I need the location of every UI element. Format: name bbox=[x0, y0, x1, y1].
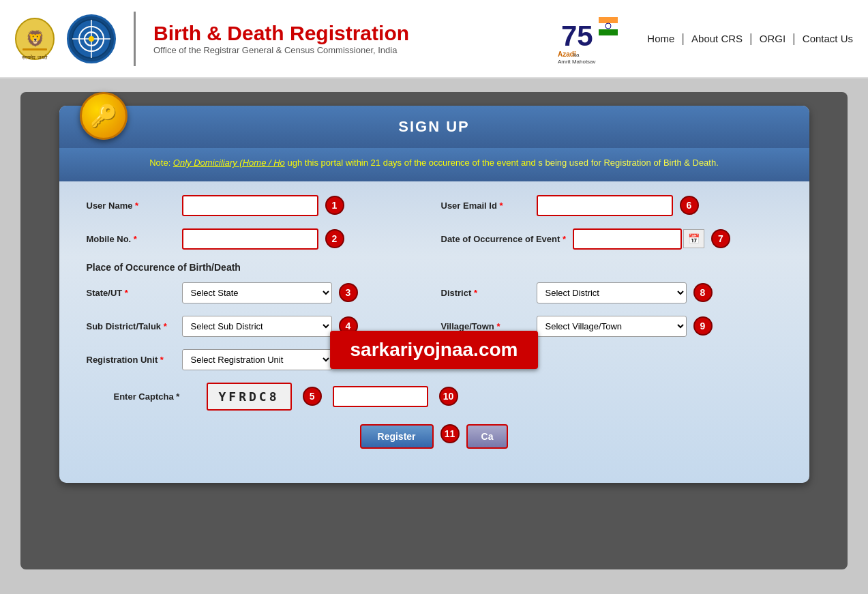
key-icon-wrapper: 🔑 bbox=[80, 92, 128, 140]
nav-sep-3: | bbox=[792, 31, 796, 46]
svg-text:75: 75 bbox=[561, 20, 593, 52]
captcha-label: Enter Captcha * bbox=[114, 391, 196, 402]
date-input-wrapper: 📅 bbox=[573, 228, 704, 250]
badge-1: 1 bbox=[325, 196, 344, 215]
email-label: User Email Id * bbox=[441, 201, 530, 211]
subdistrict-select[interactable]: Select Sub District bbox=[182, 316, 332, 337]
captcha-input[interactable] bbox=[333, 386, 428, 407]
header: 🦁 सत्यमेव जयते Birth & Death Registratio… bbox=[0, 0, 868, 78]
svg-text:Amrit Mahotsav: Amrit Mahotsav bbox=[558, 59, 596, 65]
district-group: District * Select District 8 bbox=[441, 282, 782, 303]
svg-rect-11 bbox=[599, 17, 618, 23]
button-row: Register 11 Ca bbox=[87, 424, 782, 449]
svg-text:सत्यमेव जयते: सत्यमेव जयते bbox=[21, 54, 47, 61]
username-required: * bbox=[135, 201, 138, 211]
nav-home[interactable]: Home bbox=[643, 30, 678, 47]
site-subtitle: Office of the Registrar General & Census… bbox=[153, 45, 409, 55]
emblem-logo: 🦁 सत्यमेव जयते bbox=[11, 12, 59, 66]
header-divider bbox=[134, 12, 136, 66]
date-group: Date of Occurrence of Event * 📅 7 bbox=[441, 228, 782, 250]
badge-3: 3 bbox=[339, 283, 358, 302]
captcha-display: YFRDC8 bbox=[207, 383, 292, 411]
cancel-button[interactable]: Ca bbox=[466, 424, 509, 449]
svg-rect-3 bbox=[23, 48, 47, 50]
mobile-input[interactable] bbox=[182, 228, 318, 250]
svg-text:🦁: 🦁 bbox=[25, 29, 44, 48]
form-row-2: Mobile No. * 2 Date of Occurrence of Eve… bbox=[87, 228, 782, 250]
header-logos: 🦁 सत्यमेव जयते Birth & Death Registratio… bbox=[11, 12, 409, 66]
watermark-overlay: sarkariyojnaa.com bbox=[330, 331, 539, 369]
district-select[interactable]: Select District bbox=[537, 282, 687, 303]
note-label: Note: bbox=[149, 158, 173, 168]
email-input[interactable] bbox=[537, 195, 673, 216]
state-select[interactable]: Select State bbox=[182, 282, 332, 303]
main-content: 🔑 SIGN UP Note: Only Domiciliary (Home /… bbox=[20, 92, 848, 569]
signup-header: SIGN UP bbox=[59, 106, 809, 148]
form-area: User Name * 1 User Email Id * 6 bbox=[59, 181, 809, 462]
nav-contact[interactable]: Contact Us bbox=[798, 30, 857, 47]
date-label: Date of Occurrence of Event * bbox=[441, 234, 567, 244]
signup-title: SIGN UP bbox=[398, 118, 469, 135]
note-section: Note: Only Domiciliary (Home / Ho ugh th… bbox=[59, 148, 809, 181]
badge-11: 11 bbox=[440, 424, 460, 443]
calendar-button[interactable]: 📅 bbox=[683, 229, 704, 248]
nav-orgi[interactable]: ORGI bbox=[755, 30, 790, 47]
azadi-badge: 75 Azadi ka Amrit Mahotsav bbox=[554, 12, 623, 66]
svg-text:ka: ka bbox=[573, 52, 580, 58]
note-body: ugh this portal within 21 days of the oc… bbox=[287, 158, 538, 168]
nav-sep-1: | bbox=[681, 31, 685, 46]
form-row-3: State/UT * Select State 3 District * Sel… bbox=[87, 282, 782, 303]
username-label: User Name * bbox=[87, 201, 175, 211]
village-label: Village/Town * bbox=[441, 321, 530, 331]
captcha-section: Enter Captcha * YFRDC8 5 10 bbox=[87, 383, 782, 411]
form-row-1: User Name * 1 User Email Id * 6 bbox=[87, 195, 782, 216]
username-input[interactable] bbox=[182, 195, 318, 216]
subdistrict-label: Sub District/Taluk * bbox=[87, 321, 175, 331]
regunit-label: Registration Unit * bbox=[87, 355, 175, 365]
nav-about[interactable]: About CRS bbox=[687, 30, 747, 47]
date-input[interactable] bbox=[573, 228, 682, 250]
mobile-label: Mobile No. * bbox=[87, 234, 175, 244]
key-icon: 🔑 bbox=[80, 92, 128, 140]
org-logo bbox=[67, 14, 116, 63]
svg-point-9 bbox=[89, 36, 94, 42]
place-section-title: Place of Occurence of Birth/Death bbox=[87, 262, 782, 273]
navigation: Home | About CRS | ORGI | Contact Us bbox=[643, 30, 857, 47]
badge-10: 10 bbox=[439, 387, 458, 406]
state-group: State/UT * Select State 3 bbox=[87, 282, 428, 303]
nav-sep-2: | bbox=[749, 31, 753, 46]
state-label: State/UT * bbox=[87, 288, 175, 298]
regunit-select[interactable]: Select Registration Unit bbox=[182, 349, 332, 370]
username-group: User Name * 1 bbox=[87, 195, 428, 216]
badge-7: 7 bbox=[711, 229, 730, 248]
register-button[interactable]: Register bbox=[360, 424, 434, 449]
mobile-group: Mobile No. * 2 bbox=[87, 228, 428, 250]
azadi-section: 75 Azadi ka Amrit Mahotsav bbox=[554, 12, 623, 66]
note-link: Only Domiciliary (Home / Ho bbox=[173, 158, 285, 168]
header-title-block: Birth & Death Registration Office of the… bbox=[153, 22, 409, 55]
badge-5: 5 bbox=[303, 387, 322, 406]
signup-card: 🔑 SIGN UP Note: Only Domiciliary (Home /… bbox=[59, 106, 809, 483]
badge-6: 6 bbox=[680, 196, 699, 215]
email-group: User Email Id * 6 bbox=[441, 195, 782, 216]
village-select[interactable]: Select Village/Town bbox=[537, 316, 687, 337]
badge-8: 8 bbox=[693, 283, 713, 302]
note-highlight: s being used for Registration of Birth &… bbox=[538, 158, 718, 168]
site-title: Birth & Death Registration bbox=[153, 22, 409, 45]
district-label: District * bbox=[441, 288, 530, 298]
badge-2: 2 bbox=[325, 229, 344, 248]
badge-9: 9 bbox=[693, 316, 713, 336]
svg-rect-13 bbox=[599, 29, 618, 35]
